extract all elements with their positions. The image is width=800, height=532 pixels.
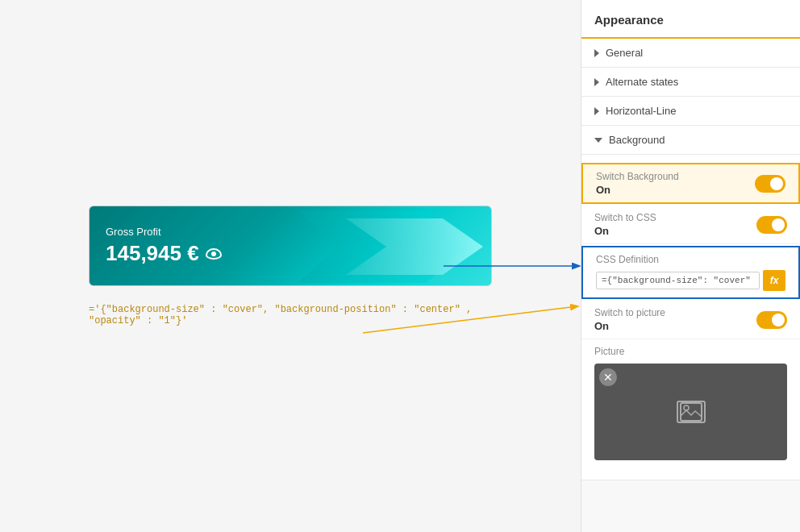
section-general-label: General [606, 47, 643, 59]
switch-css-label: Switch to CSS [594, 212, 656, 223]
switch-background-value: On [596, 184, 679, 196]
section-alternate-label: Alternate states [606, 76, 678, 88]
background-content: Switch Background On Switch to CSS On CS… [581, 155, 800, 480]
section-horizontal-label: Horizontal-Line [606, 105, 676, 117]
switch-picture-label: Switch to picture [594, 307, 665, 318]
svg-rect-4 [681, 403, 702, 421]
panel-header: Appearance [581, 0, 800, 39]
panel-title: Appearance [594, 13, 664, 27]
picture-remove-button[interactable]: ✕ [599, 368, 617, 386]
arrow-decoration [281, 206, 491, 286]
switch-css-toggle[interactable] [756, 216, 787, 234]
chevron-down-icon [594, 138, 602, 143]
switch-css-row: Switch to CSS On [581, 206, 800, 244]
css-def-label: CSS Definition [596, 254, 785, 265]
close-icon: ✕ [603, 371, 613, 384]
background-header[interactable]: Background [581, 126, 800, 155]
picture-section: Picture ✕ [581, 339, 800, 473]
switch-background-toggle[interactable] [755, 175, 785, 193]
widget-content: Gross Profit 145,945 € [106, 226, 222, 266]
css-definition-row: CSS Definition fx [581, 246, 800, 299]
section-horizontal-line[interactable]: Horizontal-Line [581, 97, 800, 126]
section-general[interactable]: General [581, 39, 800, 68]
fx-button[interactable]: fx [763, 270, 785, 291]
image-icon [677, 401, 706, 423]
widget-value: 145,945 € [106, 241, 222, 266]
css-definition-display: ='{"background-size" : "cover", "backgro… [89, 304, 492, 326]
chevron-right-icon [594, 107, 599, 115]
switch-background-label: Switch Background [596, 171, 679, 182]
picture-placeholder[interactable]: ✕ [594, 364, 787, 460]
switch-background-row: Switch Background On [581, 163, 800, 204]
css-def-input[interactable] [596, 272, 760, 289]
section-alternate-states[interactable]: Alternate states [581, 68, 800, 97]
switch-background-label-group: Switch Background On [596, 171, 679, 196]
background-label: Background [609, 134, 665, 146]
right-panel: Appearance General Alternate states Hori… [581, 0, 800, 532]
css-def-input-row: fx [596, 270, 785, 291]
picture-label: Picture [594, 346, 787, 357]
chevron-right-icon [594, 49, 599, 57]
canvas-area: Gross Profit 145,945 € [0, 0, 581, 532]
switch-picture-value: On [594, 320, 665, 332]
switch-css-label-group: Switch to CSS On [594, 212, 656, 237]
widget-title: Gross Profit [106, 226, 222, 238]
chevron-right-icon [594, 78, 599, 86]
widget-card[interactable]: Gross Profit 145,945 € [89, 206, 492, 286]
switch-css-value: On [594, 225, 656, 237]
switch-picture-label-group: Switch to picture On [594, 307, 665, 332]
switch-picture-row: Switch to picture On [581, 301, 800, 339]
switch-picture-toggle[interactable] [756, 311, 787, 329]
eye-icon [206, 248, 222, 260]
section-background: Background Switch Background On Switch t… [581, 126, 800, 480]
